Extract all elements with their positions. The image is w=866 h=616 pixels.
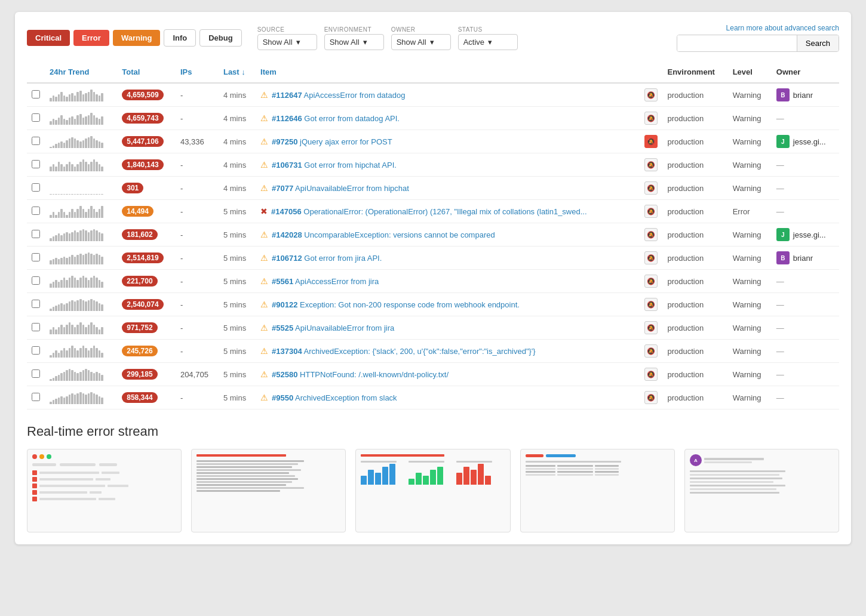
source-select[interactable]: Show All ▾ (257, 34, 317, 50)
item-link[interactable]: #7077 ApiUnavailableError from hipchat (272, 184, 409, 193)
warning-icon: ⚠ (260, 393, 268, 402)
advanced-search-link[interactable]: Learn more about advanced search (726, 24, 839, 32)
mute-icon[interactable]: 🔕 (644, 391, 658, 404)
table-row: 4,659,743-4 mins⚠#112646 Got error from … (27, 107, 839, 130)
item-cell: ⚠#106712 Got error from jira API. (260, 253, 635, 263)
row-checkbox[interactable] (32, 160, 40, 168)
environment-select[interactable]: Show All ▾ (324, 34, 384, 50)
error-filter-button[interactable]: Error (73, 30, 109, 46)
mute-icon[interactable]: 🔕 (644, 344, 658, 358)
search-button[interactable]: Search (797, 35, 839, 51)
critical-filter-button[interactable]: Critical (27, 30, 70, 46)
item-link[interactable]: #5525 ApiUnavailableError from jira (272, 324, 394, 332)
env-col: production (662, 386, 727, 409)
item-cell: ⚠#106731 Got error from hipchat API. (260, 160, 635, 170)
search-input[interactable] (677, 35, 797, 51)
owner-dash: — (776, 393, 784, 402)
thumbnail-4[interactable] (520, 449, 675, 532)
trend-chart (50, 112, 103, 125)
owner-filter: OWNER Show All ▾ (391, 26, 451, 50)
table-row: 2,540,074-5 mins⚠#90122 Exception: Got n… (27, 293, 839, 316)
owner-chevron-icon: ▾ (430, 38, 434, 47)
item-link[interactable]: #142028 UncomparableException: versions … (272, 230, 495, 239)
debug-filter-button[interactable]: Debug (199, 29, 241, 47)
last-col-header[interactable]: Last ↓ (219, 61, 256, 83)
env-col: production (662, 270, 727, 293)
owner-select[interactable]: Show All ▾ (391, 34, 451, 50)
trend-chart (50, 251, 103, 264)
mute-icon[interactable]: 🔕 (644, 181, 658, 195)
mute-icon[interactable]: 🔕 (644, 112, 658, 125)
main-container: Critical Error Warning Info Debug SOURCE… (15, 12, 851, 544)
row-checkbox[interactable] (32, 323, 40, 331)
mute-icon[interactable]: 🔕 (644, 135, 658, 148)
mute-icon[interactable]: 🔕 (644, 275, 658, 288)
item-link[interactable]: #106712 Got error from jira API. (272, 254, 382, 263)
row-checkbox[interactable] (32, 253, 40, 261)
row-checkbox[interactable] (32, 113, 40, 122)
status-filter: STATUS Active ▾ (458, 26, 518, 50)
total-col-header[interactable]: Total (117, 61, 176, 83)
env-col: production (662, 340, 727, 363)
level-col: Warning (728, 107, 772, 130)
owner-value: Show All (397, 38, 426, 47)
row-checkbox[interactable] (32, 300, 40, 308)
item-link[interactable]: #112646 Got error from datadog API. (272, 114, 400, 123)
item-link[interactable]: #112647 ApiAccessError from datadog (272, 91, 405, 100)
environment-chevron-icon: ▾ (363, 38, 367, 47)
ips-col: - (176, 83, 219, 107)
row-checkbox[interactable] (32, 137, 40, 145)
item-link[interactable]: #137304 ArchivedException: {'slack', 200… (272, 347, 536, 356)
warning-filter-button[interactable]: Warning (113, 30, 161, 46)
row-checkbox[interactable] (32, 90, 40, 98)
mute-icon[interactable]: 🔕 (644, 251, 658, 264)
mute-icon[interactable]: 🔕 (644, 205, 658, 218)
item-link[interactable]: #97250 jQuery ajax error for POST (272, 137, 392, 146)
warning-icon: ⚠ (260, 323, 268, 332)
env-col: production (662, 177, 727, 200)
thumbnail-3[interactable] (355, 449, 510, 532)
last-col: 5 mins (219, 270, 256, 293)
mute-icon[interactable]: 🔕 (644, 158, 658, 171)
trend-chart (50, 135, 103, 148)
row-checkbox[interactable] (32, 207, 40, 215)
total-badge: 2,540,074 (122, 299, 163, 310)
item-link[interactable]: #90122 Exception: Got non-200 response c… (272, 300, 520, 309)
thumbnail-2[interactable] (191, 449, 346, 532)
mute-icon[interactable]: 🔕 (644, 228, 658, 241)
row-checkbox[interactable] (32, 346, 40, 355)
trend-chart (50, 275, 103, 288)
error-icon: ✖ (260, 207, 268, 216)
owner-dash: — (776, 347, 784, 356)
trend-chart (50, 158, 103, 171)
item-link[interactable]: #5561 ApiAccessError from jira (272, 277, 379, 286)
mute-icon[interactable]: 🔕 (644, 321, 658, 334)
ips-col: - (176, 386, 219, 409)
row-checkbox[interactable] (32, 276, 40, 285)
item-link[interactable]: #147056 OperationalError: (OperationalEr… (271, 207, 587, 216)
owner-name: brianr (793, 91, 813, 100)
item-link[interactable]: #106731 Got error from hipchat API. (272, 161, 397, 170)
thumbnail-1[interactable] (27, 449, 182, 532)
total-badge: 1,840,143 (122, 159, 163, 170)
level-col: Warning (728, 223, 772, 247)
ips-col-header: IPs (176, 61, 219, 83)
last-col: 4 mins (219, 153, 256, 177)
level-col: Warning (728, 293, 772, 316)
table-row: 301-4 mins⚠#7077 ApiUnavailableError fro… (27, 177, 839, 200)
thumbnail-5[interactable]: A (684, 449, 839, 532)
table-row: 5,447,10643,3364 mins⚠#97250 jQuery ajax… (27, 130, 839, 153)
trend-chart (50, 298, 103, 311)
status-select[interactable]: Active ▾ (458, 34, 518, 50)
row-checkbox[interactable] (32, 230, 40, 238)
mute-icon[interactable]: 🔕 (644, 88, 658, 101)
owner-dash: — (776, 324, 784, 332)
row-checkbox[interactable] (32, 393, 40, 401)
mute-icon[interactable]: 🔕 (644, 368, 658, 381)
row-checkbox[interactable] (32, 183, 40, 192)
mute-icon[interactable]: 🔕 (644, 298, 658, 311)
info-filter-button[interactable]: Info (164, 29, 196, 47)
item-link[interactable]: #52580 HTTPNotFound: /.well-known/dnt-po… (272, 370, 449, 379)
row-checkbox[interactable] (32, 369, 40, 378)
item-link[interactable]: #9550 ArchivedException from slack (272, 393, 397, 402)
